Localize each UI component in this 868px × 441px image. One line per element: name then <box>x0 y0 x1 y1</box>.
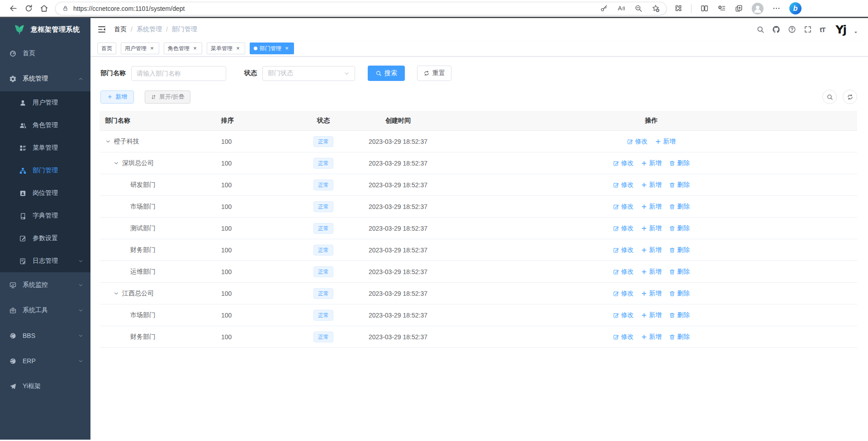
github-icon[interactable] <box>772 25 780 33</box>
favorites-bar-icon[interactable] <box>717 4 726 13</box>
op-link-新增[interactable]: 新增 <box>655 138 676 146</box>
url-text[interactable]: https://ccnetcore.com:1101/system/dept <box>73 5 591 12</box>
sidebar-item-菜单管理[interactable]: 菜单管理 <box>0 137 90 159</box>
tab-label: 部门管理 <box>260 45 281 52</box>
op-link-修改[interactable]: 修改 <box>613 159 634 167</box>
add-button[interactable]: 新增 <box>100 90 134 104</box>
sidebar-item-用户管理[interactable]: 用户管理 <box>0 91 90 114</box>
more-menu-icon[interactable] <box>772 4 781 13</box>
tab-首页[interactable]: 首页 <box>97 43 116 54</box>
op-link-新增[interactable]: 新增 <box>641 311 662 319</box>
op-link-新增[interactable]: 新增 <box>641 159 662 167</box>
sidebar-item-参数设置[interactable]: 参数设置 <box>0 227 90 250</box>
chevron-down-icon <box>78 283 83 288</box>
tab-角色管理[interactable]: 角色管理× <box>164 43 202 54</box>
op-link-删除[interactable]: 删除 <box>669 289 690 298</box>
op-link-删除[interactable]: 删除 <box>669 246 690 254</box>
dept-name-input[interactable] <box>131 66 226 81</box>
op-link-删除[interactable]: 删除 <box>669 181 690 189</box>
op-link-修改[interactable]: 修改 <box>613 311 634 319</box>
sidebar-collapse-icon[interactable] <box>97 25 106 34</box>
text-size-icon[interactable]: tT <box>820 26 825 33</box>
user-dropdown-caret-icon[interactable] <box>854 30 858 35</box>
opedit-icon <box>627 138 633 145</box>
op-label: 修改 <box>635 138 648 146</box>
plus-icon <box>641 225 647 232</box>
breadcrumb-item[interactable]: 首页 <box>114 25 127 33</box>
op-link-修改[interactable]: 修改 <box>613 181 634 189</box>
address-bar[interactable]: https://ccnetcore.com:1101/system/dept <box>55 2 667 15</box>
op-link-删除[interactable]: 删除 <box>669 311 690 319</box>
op-link-新增[interactable]: 新增 <box>641 333 662 341</box>
user-logo-mark[interactable]: Yj <box>835 24 846 35</box>
read-aloud-icon[interactable] <box>617 4 626 13</box>
sidebar-item-日志管理[interactable]: 日志管理 <box>0 250 90 272</box>
op-link-修改[interactable]: 修改 <box>613 289 634 298</box>
help-icon[interactable] <box>788 25 796 33</box>
tab-close-icon[interactable]: × <box>192 45 198 52</box>
favorite-add-icon[interactable] <box>651 4 660 13</box>
header-search-icon[interactable] <box>756 25 764 33</box>
op-link-修改[interactable]: 修改 <box>627 138 648 146</box>
bing-chat-icon[interactable]: b <box>789 2 802 14</box>
fullscreen-icon[interactable] <box>804 25 812 33</box>
opedit-icon <box>613 204 619 210</box>
tab-菜单管理[interactable]: 菜单管理× <box>207 43 245 54</box>
app-logo[interactable]: 意框架管理系统 <box>0 18 90 41</box>
sidebar-item-部门管理[interactable]: 部门管理 <box>0 159 90 182</box>
op-link-删除[interactable]: 删除 <box>669 268 690 276</box>
sidebar-item-BBS[interactable]: BBS <box>0 323 90 348</box>
lock-icon[interactable] <box>62 5 69 12</box>
collections-icon[interactable] <box>735 4 743 13</box>
op-link-删除[interactable]: 删除 <box>669 333 690 341</box>
sidebar-item-系统管理[interactable]: 系统管理 <box>0 66 90 91</box>
tab-部门管理[interactable]: 部门管理× <box>250 43 294 54</box>
op-link-新增[interactable]: 新增 <box>641 289 662 298</box>
tab-close-icon[interactable]: × <box>235 45 241 52</box>
op-link-修改[interactable]: 修改 <box>613 333 634 341</box>
cell-dept-name: 研发部门 <box>100 181 216 189</box>
zoom-out-icon[interactable] <box>634 4 643 13</box>
sidebar-item-字典管理[interactable]: 字典管理 <box>0 204 90 227</box>
sidebar-item-label: 岗位管理 <box>33 189 58 197</box>
toggle-search-button[interactable] <box>822 90 837 104</box>
op-link-新增[interactable]: 新增 <box>641 246 662 254</box>
profile-avatar[interactable] <box>752 3 764 14</box>
sidebar: 意框架管理系统 首页系统管理用户管理角色管理菜单管理部门管理岗位管理字典管理参数… <box>0 18 90 440</box>
sidebar-item-系统工具[interactable]: 系统工具 <box>0 298 90 323</box>
password-key-icon[interactable] <box>600 4 608 13</box>
browser-refresh-button[interactable] <box>21 1 36 16</box>
op-link-新增[interactable]: 新增 <box>641 203 662 211</box>
refresh-table-button[interactable] <box>843 90 857 104</box>
tab-close-icon[interactable]: × <box>284 45 290 52</box>
tab-用户管理[interactable]: 用户管理× <box>121 43 159 54</box>
sidebar-item-ERP[interactable]: ERP <box>0 348 90 374</box>
op-link-新增[interactable]: 新增 <box>641 181 662 189</box>
op-link-新增[interactable]: 新增 <box>641 268 662 276</box>
browser-back-button[interactable] <box>5 1 21 16</box>
op-link-删除[interactable]: 删除 <box>669 159 690 167</box>
expand-collapse-button[interactable]: 展开/折叠 <box>145 90 190 104</box>
op-link-修改[interactable]: 修改 <box>613 268 634 276</box>
sidebar-item-系统监控[interactable]: 系统监控 <box>0 272 90 298</box>
extensions-icon[interactable] <box>674 4 683 13</box>
op-link-新增[interactable]: 新增 <box>641 224 662 232</box>
sidebar-item-首页[interactable]: 首页 <box>0 41 90 66</box>
op-label: 删除 <box>677 203 690 211</box>
sidebar-item-角色管理[interactable]: 角色管理 <box>0 114 90 137</box>
op-link-删除[interactable]: 删除 <box>669 203 690 211</box>
tab-close-icon[interactable]: × <box>149 45 155 52</box>
status-select[interactable]: 部门状态 <box>262 66 355 81</box>
table-row: 财务部门100正常2023-03-29 18:52:37修改新增删除 <box>100 326 857 348</box>
op-link-删除[interactable]: 删除 <box>669 224 690 232</box>
op-link-修改[interactable]: 修改 <box>613 224 634 232</box>
sidebar-item-岗位管理[interactable]: 岗位管理 <box>0 182 90 204</box>
sidebar-item-Yi框架[interactable]: Yi框架 <box>0 374 90 399</box>
op-link-修改[interactable]: 修改 <box>613 246 634 254</box>
opedit-icon <box>613 269 619 275</box>
browser-home-button[interactable] <box>36 1 52 16</box>
split-screen-icon[interactable] <box>700 4 709 13</box>
search-button[interactable]: 搜索 <box>368 66 405 81</box>
reset-button[interactable]: 重置 <box>417 66 451 81</box>
op-link-修改[interactable]: 修改 <box>613 203 634 211</box>
